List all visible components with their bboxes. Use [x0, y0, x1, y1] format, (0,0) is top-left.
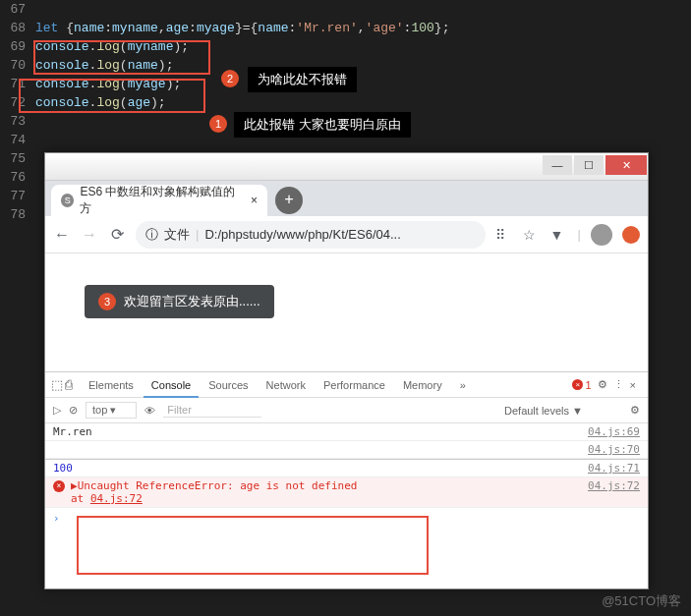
menu-icon[interactable]: ⋮	[613, 378, 624, 391]
new-tab-button[interactable]: +	[275, 187, 303, 214]
source-link[interactable]: 04.js:70	[588, 443, 640, 456]
tab-console[interactable]: Console	[144, 372, 199, 398]
line-number: 68	[0, 19, 35, 37]
source-link[interactable]: 04.js:71	[588, 462, 640, 475]
reload-button[interactable]: ⟳	[108, 225, 126, 244]
console-row: 04.js:70	[45, 441, 648, 459]
globe-icon: S	[61, 194, 74, 207]
source-link[interactable]: 04.js:72	[588, 479, 640, 492]
browser-tab[interactable]: S ES6 中数组和对象解构赋值的方 ×	[51, 185, 267, 216]
badge-1: 1	[209, 115, 227, 133]
back-button[interactable]: ←	[53, 226, 71, 244]
browser-window: — ☐ ✕ S ES6 中数组和对象解构赋值的方 × + ← → ⟳ ⓘ 文件 …	[44, 152, 649, 589]
tab-memory[interactable]: Memory	[395, 372, 450, 398]
address-bar: ← → ⟳ ⓘ 文件 | D:/phpstudy/www/php/Kt/ES6/…	[45, 216, 648, 253]
console-toolbar: ▷ ⊘ top ▾ 👁 Filter Default levels ▼ ⚙	[45, 398, 648, 423]
maximize-button[interactable]: ☐	[574, 155, 604, 175]
devtools-panel: ⬚ ⎙ Elements Console Sources Network Per…	[45, 371, 648, 529]
device-icon[interactable]: ⎙	[65, 377, 73, 392]
annotation-1: 此处报错 大家也要明白原由	[234, 112, 411, 138]
line-number: 76	[0, 168, 35, 187]
avatar-icon[interactable]	[591, 224, 612, 246]
line-number: 73	[0, 112, 35, 131]
page-content: 3 欢迎留言区发表原由......	[45, 253, 648, 371]
more-icon[interactable]: ▼	[550, 227, 568, 243]
highlight-box-1	[19, 79, 205, 113]
window-titlebar: — ☐ ✕	[45, 153, 648, 181]
error-count[interactable]: ×1	[572, 379, 591, 391]
tabs-overflow[interactable]: »	[452, 372, 474, 398]
error-icon: ×	[53, 480, 65, 492]
tab-performance[interactable]: Performance	[316, 372, 393, 398]
close-devtools-icon[interactable]: ×	[630, 379, 636, 391]
code-line-68: let {name:myname,age:myage}={name:'Mr.re…	[35, 19, 691, 37]
badge-2: 2	[221, 70, 239, 87]
badge-3: 3	[98, 293, 116, 310]
info-icon: ⓘ	[145, 226, 158, 244]
browser-tabbar: S ES6 中数组和对象解构赋值的方 × +	[45, 181, 648, 216]
console-error-row: × ▶Uncaught ReferenceError: age is not d…	[45, 477, 648, 508]
message-box: 3 欢迎留言区发表原由......	[85, 285, 274, 318]
play-icon[interactable]: ▷	[53, 404, 61, 417]
gear-icon[interactable]: ⚙	[630, 404, 640, 417]
highlight-box-error	[77, 516, 429, 575]
console-row: 100 04.js:71	[45, 459, 648, 477]
tab-title: ES6 中数组和对象解构赋值的方	[80, 184, 241, 217]
line-number: 78	[0, 205, 35, 224]
tab-elements[interactable]: Elements	[81, 372, 142, 398]
tab-close-icon[interactable]: ×	[251, 194, 258, 207]
line-number: 75	[0, 149, 35, 168]
line-number: 70	[0, 56, 35, 75]
minimize-button[interactable]: —	[543, 155, 572, 175]
extension-icon[interactable]	[622, 226, 640, 244]
context-selector[interactable]: top ▾	[86, 402, 137, 419]
console-row: Mr.ren 04.js:69	[45, 423, 648, 441]
star-icon[interactable]: ☆	[523, 227, 541, 243]
console-output: Mr.ren 04.js:69 04.js:70 100 04.js:71 × …	[45, 423, 648, 529]
url-text: D:/phpstudy/www/php/Kt/ES6/04...	[204, 227, 400, 242]
devtools-tabs: ⬚ ⎙ Elements Console Sources Network Per…	[45, 372, 648, 398]
omnibox[interactable]: ⓘ 文件 | D:/phpstudy/www/php/Kt/ES6/04...	[136, 221, 486, 249]
tab-sources[interactable]: Sources	[201, 372, 256, 398]
annotation-2: 为啥此处不报错	[248, 67, 357, 92]
console-text: Mr.ren	[53, 425, 92, 438]
file-label: 文件	[164, 226, 190, 244]
line-number: 69	[0, 37, 35, 56]
console-text: 100	[53, 462, 73, 475]
line-number: 74	[0, 131, 35, 149]
eye-icon[interactable]: 👁	[144, 405, 155, 417]
line-number: 77	[0, 187, 35, 205]
line-number: 67	[0, 0, 35, 19]
forward-button[interactable]: →	[81, 226, 98, 244]
highlight-box-2	[33, 40, 210, 75]
close-button[interactable]: ✕	[605, 155, 647, 175]
source-link[interactable]: 04.js:69	[588, 425, 640, 438]
annotation-3: 欢迎留言区发表原由......	[124, 293, 260, 310]
inspect-icon[interactable]: ⬚	[51, 377, 63, 392]
settings-icon[interactable]: ⚙	[598, 378, 607, 391]
clear-icon[interactable]: ⊘	[69, 404, 78, 417]
levels-selector[interactable]: Default levels ▼	[504, 405, 583, 417]
filter-input[interactable]: Filter	[163, 403, 261, 418]
translate-icon[interactable]: ⠿	[495, 227, 513, 243]
tab-network[interactable]: Network	[259, 372, 314, 398]
watermark: @51CTO博客	[602, 592, 681, 610]
error-message: ▶Uncaught ReferenceError: age is not def…	[71, 479, 357, 505]
